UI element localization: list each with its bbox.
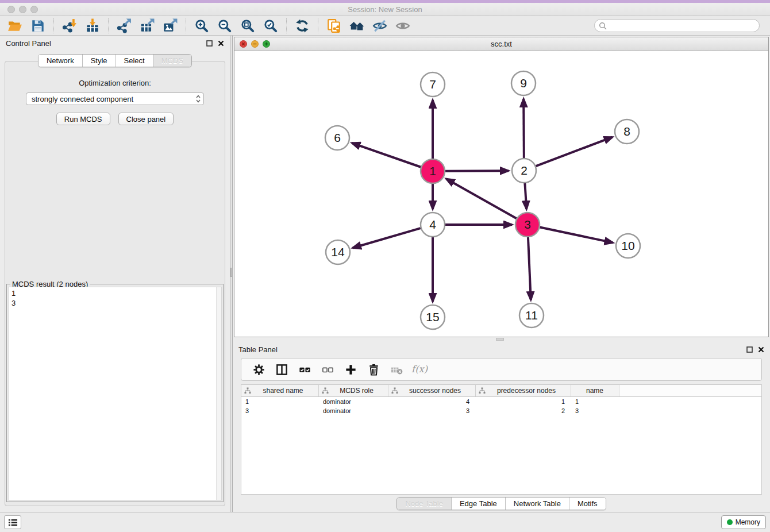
zoom-fit-icon[interactable] <box>238 17 257 34</box>
frame-close-icon[interactable] <box>240 40 247 48</box>
import-table-icon[interactable] <box>83 17 102 34</box>
frame-minimize-icon[interactable] <box>251 40 259 48</box>
add-column-icon[interactable] <box>341 360 360 379</box>
close-panel-icon[interactable] <box>758 346 764 353</box>
tab-edge-table[interactable]: Edge Table <box>451 498 505 510</box>
open-session-icon[interactable] <box>6 17 24 34</box>
network-view-frame: scc.txt 7968124314101511 <box>234 37 769 337</box>
delete-table-icon <box>387 360 406 379</box>
frame-maximize-icon[interactable] <box>263 40 270 48</box>
graph-node-label-14: 14 <box>331 245 345 259</box>
apply-preferred-layout-icon[interactable] <box>293 17 311 34</box>
network-canvas[interactable]: 7968124314101511 <box>234 51 768 337</box>
tab-style[interactable]: Style <box>82 55 116 67</box>
graph-edge-3-11[interactable] <box>528 237 531 300</box>
graph-node-label-2: 2 <box>521 164 528 177</box>
graph-edge-4-14[interactable] <box>353 228 421 248</box>
zoom-out-icon[interactable] <box>215 17 234 34</box>
hierarchy-icon <box>391 387 398 394</box>
graph-node-label-15: 15 <box>426 310 439 323</box>
search-field[interactable] <box>594 19 760 32</box>
toolbar-separator <box>108 18 109 33</box>
close-panel-icon[interactable] <box>218 40 224 47</box>
import-network-icon[interactable] <box>60 17 79 34</box>
graph-node-label-4: 4 <box>429 218 436 231</box>
memory-label: Memory <box>736 518 760 526</box>
zoom-in-icon[interactable] <box>192 17 211 34</box>
delete-column-icon[interactable] <box>364 360 383 379</box>
show-all-icon[interactable] <box>394 17 412 34</box>
result-scrollbar[interactable] <box>216 287 221 500</box>
graph-edge-2-9[interactable] <box>523 99 524 158</box>
export-network-icon[interactable] <box>115 17 133 34</box>
table-row[interactable]: 3 dominator 3 2 3 <box>241 406 761 415</box>
search-input[interactable] <box>609 21 759 31</box>
run-mcds-button[interactable]: Run MCDS <box>56 113 110 125</box>
table-toolbar: f(x) <box>241 358 762 381</box>
tab-select[interactable]: Select <box>116 55 153 67</box>
mcds-panel: Optimization criterion: strongly connect… <box>5 61 225 506</box>
mcds-result-text[interactable]: 13 <box>9 287 216 500</box>
graph-node-label-9: 9 <box>520 76 527 90</box>
main-toolbar <box>0 16 770 36</box>
close-panel-button[interactable]: Close panel <box>118 113 174 125</box>
table-panel-title: Table Panel <box>238 345 278 354</box>
new-network-from-selection-icon[interactable] <box>325 17 343 34</box>
settings-gear-icon[interactable] <box>249 360 268 379</box>
control-panel-header: Control Panel <box>0 36 230 51</box>
graph-edge-3-10[interactable] <box>540 228 613 243</box>
graph-edge-1-2[interactable] <box>445 171 509 171</box>
memory-button[interactable]: Memory <box>721 515 766 529</box>
float-panel-icon[interactable] <box>206 40 213 47</box>
toggle-panel-icon[interactable] <box>272 360 291 379</box>
window-title: Session: New Session <box>0 5 770 14</box>
save-session-icon[interactable] <box>29 17 47 34</box>
vertical-splitter[interactable] <box>230 36 233 512</box>
tab-motifs[interactable]: Motifs <box>569 498 606 510</box>
float-panel-icon[interactable] <box>746 346 753 353</box>
column-header-predecessor-nodes[interactable]: predecessor nodes <box>476 385 571 396</box>
tab-network-table[interactable]: Network Table <box>505 498 569 510</box>
control-panel-tabs: Network Style Select MCDS <box>0 54 230 67</box>
status-bar: Memory <box>0 512 770 532</box>
criterion-select[interactable]: strongly connected component <box>26 92 204 105</box>
first-neighbors-icon[interactable] <box>348 17 366 34</box>
graph-edge-2-3[interactable] <box>525 183 526 209</box>
select-all-icon[interactable] <box>295 360 314 379</box>
node-table: shared name MCDS role successor nodes pr… <box>241 384 762 495</box>
app-window: Session: New Session <box>0 0 770 532</box>
column-header-successor-nodes[interactable]: successor nodes <box>388 385 476 396</box>
graph-node-label-10: 10 <box>621 239 634 252</box>
tab-network[interactable]: Network <box>38 55 82 67</box>
graph-node-label-8: 8 <box>623 125 630 138</box>
graph-edge-2-8[interactable] <box>536 137 613 167</box>
hide-selected-icon[interactable] <box>371 17 389 34</box>
tab-mcds[interactable]: MCDS <box>153 55 191 67</box>
list-icon <box>8 518 18 527</box>
zoom-selected-icon[interactable] <box>261 17 280 34</box>
unselect-all-icon[interactable] <box>318 360 337 379</box>
column-header-name[interactable]: name <box>571 385 619 396</box>
hierarchy-icon <box>322 387 329 394</box>
window-titlebar: Session: New Session <box>0 3 770 16</box>
tab-node-table[interactable]: Node Table <box>397 498 451 510</box>
network-frame-titlebar: scc.txt <box>234 37 768 51</box>
table-row[interactable]: 1 dominator 4 1 1 <box>241 397 761 406</box>
splitter-grip[interactable] <box>230 268 232 277</box>
table-tabs: Node Table Edge Table Network Table Moti… <box>233 495 770 512</box>
column-header-shared-name[interactable]: shared name <box>241 385 319 396</box>
task-history-button[interactable] <box>4 515 21 529</box>
hierarchy-icon <box>479 387 486 394</box>
export-table-icon[interactable] <box>138 17 156 34</box>
graph-node-label-3: 3 <box>524 218 531 231</box>
horizontal-splitter[interactable] <box>233 337 770 342</box>
graph-edge-1-6[interactable] <box>352 143 421 167</box>
graph-node-label-6: 6 <box>334 131 341 144</box>
splitter-grip[interactable] <box>496 338 504 341</box>
graph-edge-3-1[interactable] <box>446 179 517 218</box>
toolbar-separator <box>318 18 318 33</box>
column-header-mcds-role[interactable]: MCDS role <box>319 385 388 396</box>
table-header-row: shared name MCDS role successor nodes pr… <box>241 385 761 397</box>
svg-text:f(x): f(x) <box>411 364 428 375</box>
export-image-icon[interactable] <box>161 17 179 34</box>
